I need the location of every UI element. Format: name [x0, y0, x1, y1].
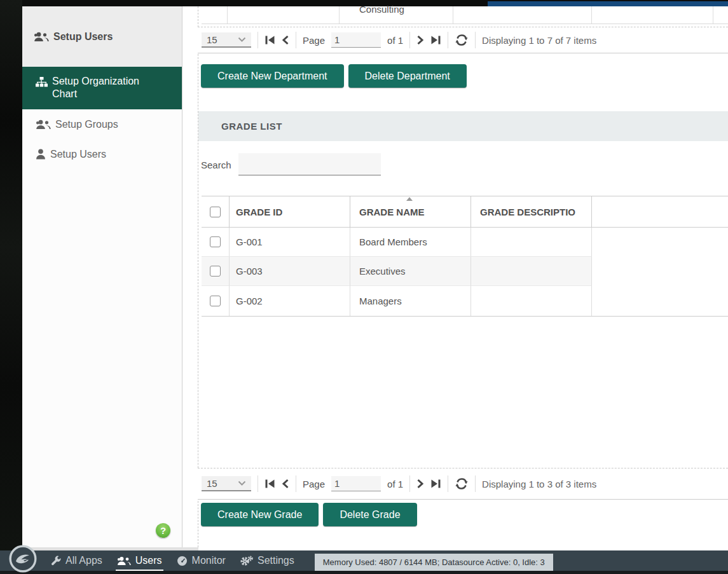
bottom-nav-settings[interactable]: Settings [239, 550, 296, 571]
bottom-nav-all-apps[interactable]: All Apps [50, 550, 104, 571]
users-group-icon [34, 32, 49, 42]
next-page-button[interactable] [416, 35, 424, 45]
row-checkbox[interactable] [210, 266, 221, 277]
select-all-cell [202, 196, 230, 227]
chevron-left-icon [282, 479, 289, 489]
department-buttons: Create New Department Delete Department [201, 64, 467, 88]
bottom-nav-label: Users [135, 555, 162, 566]
sidebar-item-setup-groups[interactable]: Setup Groups [22, 109, 182, 139]
grade-list-section-header: GRADE LIST [198, 111, 728, 141]
chevron-down-icon [238, 37, 246, 43]
page-label: Page [303, 479, 325, 489]
divider [296, 32, 296, 48]
last-page-icon [430, 35, 441, 45]
column-header-filler [592, 196, 728, 227]
table-row[interactable]: G-003 Executives [202, 257, 728, 286]
users-group-icon [117, 556, 131, 566]
pager-status: Displaying 1 to 7 of 7 items [482, 35, 596, 46]
cell-filler [592, 257, 728, 286]
delete-department-button[interactable]: Delete Department [348, 64, 467, 88]
select-all-checkbox[interactable] [210, 207, 221, 217]
department-table-partial-row: Consulting [202, 6, 728, 24]
prev-page-button[interactable] [282, 35, 289, 45]
bottom-nav: All Apps Users Monitor Settings [50, 550, 296, 571]
table-column-border [227, 6, 228, 24]
table-row[interactable]: G-002 Managers [202, 286, 728, 316]
column-header-grade-id[interactable]: GRADE ID [230, 196, 350, 227]
cell-grade-id: G-001 [230, 228, 350, 257]
create-new-grade-button[interactable]: Create New Grade [201, 503, 319, 526]
search-label: Search [201, 160, 231, 170]
prev-page-button[interactable] [282, 479, 289, 489]
org-chart-icon [36, 77, 48, 87]
refresh-icon [455, 33, 469, 47]
table-row[interactable]: G-001 Board Members [202, 228, 728, 257]
page-size-value: 15 [207, 478, 217, 489]
section-title: GRADE LIST [221, 121, 282, 132]
gears-icon [240, 556, 253, 566]
last-page-button[interactable] [430, 479, 441, 489]
row-checkbox-cell [202, 257, 230, 286]
row-checkbox[interactable] [210, 236, 221, 247]
divider [475, 32, 476, 48]
app-logo[interactable] [8, 544, 38, 573]
cell-grade-description [471, 286, 592, 316]
create-new-department-button[interactable]: Create New Department [201, 64, 344, 88]
chevron-right-icon [416, 35, 424, 45]
grade-table: GRADE ID GRADE NAME GRADE DESCRIPTIO G-0… [202, 196, 728, 316]
sidebar: Setup Users Setup Organization Chart Set… [22, 6, 182, 547]
column-header-grade-name[interactable]: GRADE NAME [350, 196, 471, 227]
sidebar-item-setup-users[interactable]: Setup Users [22, 139, 182, 169]
grade-table-header: GRADE ID GRADE NAME GRADE DESCRIPTIO [202, 196, 728, 228]
content-left-border [198, 6, 198, 547]
refresh-button[interactable] [455, 477, 469, 491]
table-column-border [453, 6, 453, 24]
divider [448, 475, 448, 492]
row-checkbox[interactable] [210, 296, 221, 306]
sidebar-item-label: Setup Groups [55, 119, 118, 130]
help-icon[interactable]: ? [156, 523, 170, 538]
bottom-nav-monitor[interactable]: Monitor [175, 550, 227, 571]
wrench-icon [51, 556, 61, 566]
page-input[interactable] [331, 32, 381, 48]
bottom-nav-users[interactable]: Users [116, 550, 163, 571]
divider [258, 475, 258, 492]
chevron-down-icon [238, 481, 246, 486]
first-page-icon [264, 35, 275, 45]
page-size-select[interactable]: 15 [202, 32, 251, 48]
pager-status: Displaying 1 to 3 of 3 items [482, 479, 596, 489]
bottom-nav-label: Settings [258, 555, 294, 566]
sidebar-item-setup-organization-chart[interactable]: Setup Organization Chart [22, 67, 182, 109]
sidebar-item-label: Setup Organization Chart [52, 75, 154, 100]
page-label: Page [303, 35, 325, 46]
page-size-select[interactable]: 15 [202, 476, 251, 491]
bottom-bar: All Apps Users Monitor Settings Memory U… [0, 550, 728, 571]
first-page-button[interactable] [264, 479, 275, 489]
divider [448, 32, 448, 48]
divider [258, 32, 258, 48]
column-header-grade-description[interactable]: GRADE DESCRIPTIO [471, 196, 592, 227]
cell-grade-description [471, 257, 592, 286]
first-page-button[interactable] [264, 35, 275, 45]
chevron-right-icon [416, 479, 424, 489]
bottom-nav-label: Monitor [192, 555, 226, 566]
table-bottom-border [202, 316, 728, 317]
last-page-button[interactable] [430, 35, 441, 45]
department-pager: 15 Page of 1 Displaying 1 to 7 of 7 item… [198, 27, 728, 53]
refresh-button[interactable] [455, 33, 469, 47]
cell-department-name: Consulting [359, 4, 404, 15]
next-page-button[interactable] [416, 479, 424, 489]
first-page-icon [264, 479, 275, 489]
table-column-border [713, 6, 713, 24]
bottom-nav-label: All Apps [65, 555, 102, 566]
sidebar-header: Setup Users [22, 6, 182, 67]
user-icon [36, 149, 46, 160]
bottom-black-strip [0, 571, 728, 574]
app-root: Setup Users Setup Organization Chart Set… [0, 0, 728, 574]
cell-grade-name: Executives [350, 257, 471, 286]
divider [409, 475, 410, 492]
search-input[interactable] [238, 153, 381, 175]
delete-grade-button[interactable]: Delete Grade [323, 503, 416, 526]
grade-pager: 15 Page of 1 Displaying 1 to 3 of 3 item… [198, 468, 728, 500]
page-input[interactable] [331, 476, 381, 491]
